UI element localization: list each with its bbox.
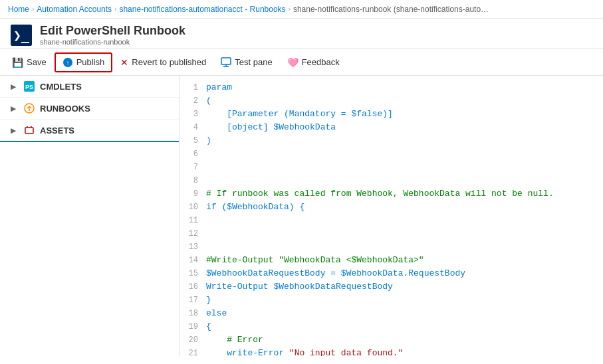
code-line-14: 14 #Write-Output "WebhookData <$WebhookD… xyxy=(180,254,603,267)
toolbar: 💾 Save ↑ Publish ✕ Revert to published T… xyxy=(0,49,603,76)
runbooks-icon xyxy=(24,103,35,114)
publish-button[interactable]: ↑ Publish xyxy=(55,52,113,72)
code-line-20: 20 # Error xyxy=(180,333,603,347)
assets-chevron: ▶ xyxy=(11,127,16,134)
svg-text:PS: PS xyxy=(25,84,33,90)
save-button[interactable]: 💾 Save xyxy=(5,54,53,71)
feedback-button[interactable]: 🩷 Feedback xyxy=(281,54,346,71)
svg-rect-4 xyxy=(221,58,231,64)
code-line-4: 4 [object] $WebhookData xyxy=(180,121,603,134)
code-line-9: 9 # If runbook was called from Webhook, … xyxy=(180,187,603,201)
breadcrumb-home[interactable]: Home xyxy=(8,5,29,14)
code-line-21: 21 write-Error "No input data found." xyxy=(180,347,603,356)
powershell-icon: ❯_ xyxy=(11,25,32,46)
cmdlets-chevron: ▶ xyxy=(11,83,16,90)
assets-icon xyxy=(24,125,35,136)
assets-label: ASSETS xyxy=(40,126,74,136)
sidebar-item-assets[interactable]: ▶ ASSETS xyxy=(0,120,179,142)
code-line-19: 19 { xyxy=(180,320,603,333)
main-layout: ▶ PS CMDLETS ▶ RUNBOOKS ▶ ASSETS 1 param xyxy=(0,76,603,356)
code-line-10: 10 if ($WebhookData) { xyxy=(180,201,603,214)
breadcrumb-runbooks[interactable]: shane-notifications-automationacct - Run… xyxy=(119,5,285,14)
code-line-1: 1 param xyxy=(180,81,603,94)
breadcrumb: Home › Automation Accounts › shane-notif… xyxy=(0,0,603,19)
code-editor[interactable]: 1 param 2 ( 3 [Parameter (Mandatory = $f… xyxy=(180,76,603,356)
code-line-18: 18 else xyxy=(180,307,603,320)
svg-text:❯_: ❯_ xyxy=(13,27,30,43)
feedback-icon: 🩷 xyxy=(287,57,299,68)
code-line-11: 11 xyxy=(180,214,603,227)
code-line-5: 5 ) xyxy=(180,134,603,147)
svg-rect-13 xyxy=(25,128,33,134)
test-pane-button[interactable]: Test pane xyxy=(214,54,279,71)
sidebar-item-cmdlets[interactable]: ▶ PS CMDLETS xyxy=(0,76,179,98)
revert-button[interactable]: ✕ Revert to published xyxy=(114,54,213,71)
code-line-13: 13 xyxy=(180,240,603,254)
cmdlets-icon: PS xyxy=(24,81,35,92)
breadcrumb-automation-accounts[interactable]: Automation Accounts xyxy=(37,5,112,14)
breadcrumb-current: shane-notifications-runbook (shane-notif… xyxy=(293,5,493,14)
code-line-7: 7 xyxy=(180,161,603,174)
code-line-8: 8 xyxy=(180,174,603,187)
runbooks-label: RUNBOOKS xyxy=(40,104,90,114)
test-icon xyxy=(221,57,231,68)
header-title-block: Edit PowerShell Runbook shane-notificati… xyxy=(40,24,185,46)
code-line-15: 15 $WebhookDataRequestBody = $WebhookDat… xyxy=(180,267,603,280)
runbooks-chevron: ▶ xyxy=(11,105,16,112)
code-line-6: 6 xyxy=(180,147,603,161)
code-line-16: 16 Write-Output $WebhookDataRequestBody xyxy=(180,280,603,294)
page-subtitle: shane-notifications-runbook xyxy=(40,38,185,46)
revert-icon: ✕ xyxy=(120,57,128,68)
page-title: Edit PowerShell Runbook xyxy=(40,24,185,38)
sidebar-item-runbooks[interactable]: ▶ RUNBOOKS xyxy=(0,98,179,120)
publish-icon: ↑ xyxy=(62,57,73,68)
code-line-3: 3 [Parameter (Mandatory = $false)] xyxy=(180,108,603,121)
code-line-12: 12 xyxy=(180,227,603,240)
sidebar: ▶ PS CMDLETS ▶ RUNBOOKS ▶ ASSETS xyxy=(0,76,180,356)
code-line-2: 2 ( xyxy=(180,94,603,108)
cmdlets-label: CMDLETS xyxy=(40,82,82,92)
save-icon: 💾 xyxy=(12,57,23,68)
svg-text:↑: ↑ xyxy=(66,59,69,66)
code-line-17: 17 } xyxy=(180,294,603,307)
page-header: ❯_ Edit PowerShell Runbook shane-notific… xyxy=(0,19,603,49)
